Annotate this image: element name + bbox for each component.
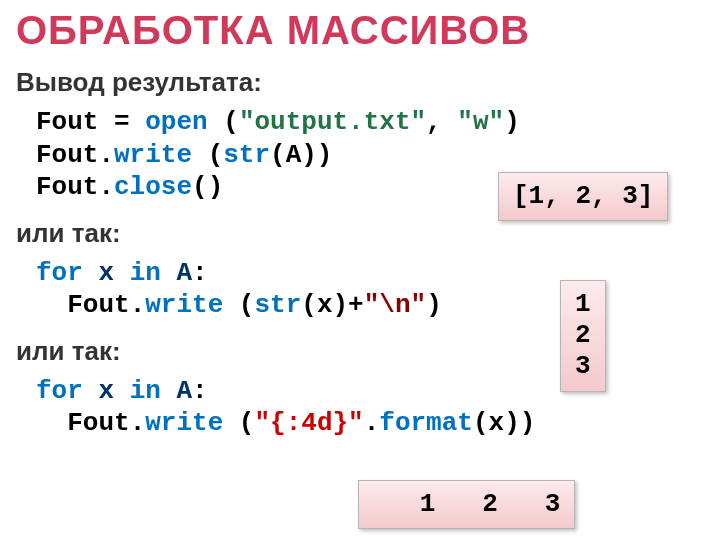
code-text: (A)) xyxy=(270,140,332,170)
section-result-label: Вывод результата: xyxy=(16,67,720,98)
code-text: : xyxy=(192,376,208,406)
section-alt2-label: или так: xyxy=(16,336,720,367)
code-var: A xyxy=(176,376,192,406)
code-text: = xyxy=(98,107,145,137)
code-text: , xyxy=(426,107,457,137)
code-keyword-str: str xyxy=(223,140,270,170)
code-text: ( xyxy=(192,140,223,170)
code-string: "{:4d}" xyxy=(254,408,363,438)
code-keyword-for: for xyxy=(36,258,83,288)
code-var: A xyxy=(176,258,192,288)
code-string: "output.txt" xyxy=(239,107,426,137)
code-text xyxy=(161,258,177,288)
code-text: () xyxy=(192,172,223,202)
code-text: ) xyxy=(504,107,520,137)
code-text xyxy=(36,290,67,320)
code-text: Fout. xyxy=(67,408,145,438)
output-box-list: [1, 2, 3] xyxy=(498,172,668,221)
code-keyword-close: close xyxy=(114,172,192,202)
code-text: ( xyxy=(223,290,254,320)
code-keyword-for: for xyxy=(36,376,83,406)
code-keyword-write: write xyxy=(145,408,223,438)
code-keyword-write: write xyxy=(114,140,192,170)
code-block-2: for x in A: Fout.write (str(x)+"\n") xyxy=(36,257,720,322)
code-string: "\n" xyxy=(364,290,426,320)
code-text: (x)) xyxy=(473,408,535,438)
code-text xyxy=(161,376,177,406)
code-var: x xyxy=(98,258,114,288)
section-alt1-label: или так: xyxy=(16,218,720,249)
code-text xyxy=(36,408,67,438)
code-text xyxy=(83,258,99,288)
code-text xyxy=(83,376,99,406)
code-keyword-write: write xyxy=(145,290,223,320)
code-string: "w" xyxy=(457,107,504,137)
code-text: Fout. xyxy=(67,290,145,320)
code-text: Fout. xyxy=(36,140,114,170)
code-text xyxy=(114,258,130,288)
code-keyword-open: open xyxy=(145,107,207,137)
code-var: x xyxy=(98,376,114,406)
code-text: : xyxy=(192,258,208,288)
code-text: ) xyxy=(426,290,442,320)
code-block-3: for x in A: Fout.write ("{:4d}".format(x… xyxy=(36,375,720,440)
code-keyword-format: format xyxy=(379,408,473,438)
code-text: ( xyxy=(223,408,254,438)
code-text: Fout. xyxy=(36,172,114,202)
code-keyword-in: in xyxy=(130,258,161,288)
slide-title: ОБРАБОТКА МАССИВОВ xyxy=(16,8,720,53)
code-text: ( xyxy=(208,107,239,137)
output-box-formatted: 1 2 3 xyxy=(358,480,575,529)
code-text: Fout xyxy=(36,107,98,137)
code-keyword-str: str xyxy=(254,290,301,320)
output-box-column: 1 2 3 xyxy=(560,280,606,392)
code-text: . xyxy=(364,408,380,438)
code-text xyxy=(114,376,130,406)
code-text: (x)+ xyxy=(301,290,363,320)
code-keyword-in: in xyxy=(130,376,161,406)
